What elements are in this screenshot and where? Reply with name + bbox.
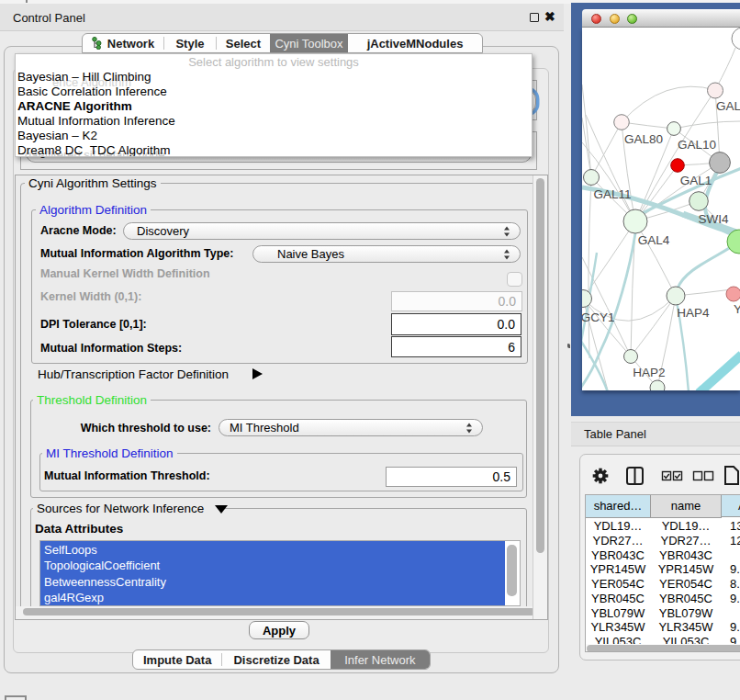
svg-text:GAL80: GAL80 (624, 132, 663, 146)
svg-text:HAP4: HAP4 (677, 306, 710, 320)
svg-text:SWI4: SWI4 (698, 212, 728, 226)
svg-text:GAL1: GAL1 (680, 174, 712, 187)
svg-text:HAP2: HAP2 (633, 366, 665, 379)
svg-text:GAL2: GAL2 (716, 99, 740, 113)
svg-text:GCY1: GCY1 (582, 310, 614, 324)
svg-text:YM: YM (734, 302, 740, 316)
svg-text:GAL10: GAL10 (678, 138, 716, 152)
svg-text:GAL11: GAL11 (593, 187, 631, 201)
svg-text:GAL4: GAL4 (638, 233, 670, 247)
